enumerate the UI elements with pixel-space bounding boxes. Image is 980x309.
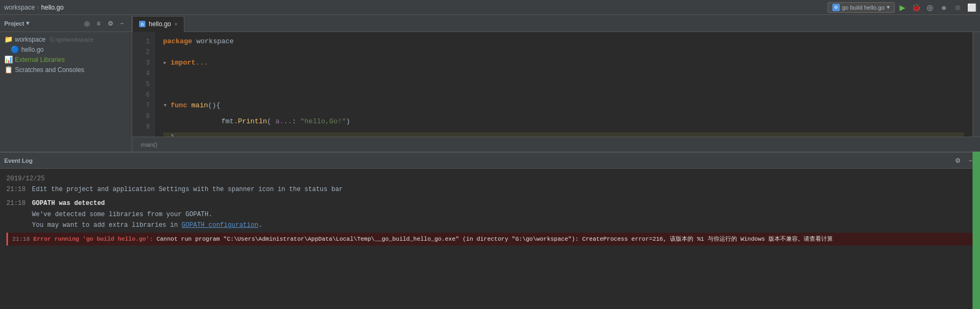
code-line-7: ▾func main(){ — [163, 100, 964, 111]
folder-icon: 📁 — [4, 35, 13, 43]
closing-brace: } — [171, 132, 175, 137]
log-message-gopath: GOPATH was detected — [32, 199, 974, 208]
gopath-detail: We've detected some libraries from your … — [6, 209, 974, 231]
log-time-1: 21:18 — [6, 185, 28, 194]
line-num-5: 5 — [132, 79, 150, 90]
code-line-6 — [163, 90, 964, 100]
log-gopath-section: 21:18 GOPATH was detected We've detected… — [6, 199, 974, 231]
dropdown-arrow-icon: ▾ — [887, 4, 890, 11]
editor-area: G hello.go × 1 2 3 4 5 6 7 8 9 package w… — [132, 15, 980, 152]
tab-label: hello.go — [149, 20, 171, 28]
profile-button[interactable]: ⎈ — [937, 1, 950, 14]
line-numbers: 1 2 3 4 5 6 7 8 9 — [132, 32, 155, 137]
run-config-label: go build hello.go — [842, 4, 885, 11]
scratches-consoles-item[interactable]: 📋 Scratches and Consoles — [0, 65, 132, 75]
go-file-icon: 🔵 — [11, 45, 19, 53]
breadcrumb-workspace: workspace — [4, 4, 35, 11]
breadcrumb-sep: › — [37, 4, 39, 11]
footer-breadcrumb: main() — [141, 141, 157, 148]
maximize-button[interactable]: ⬜ — [965, 1, 978, 14]
gopath-config-link[interactable]: GOPATH configuration — [182, 221, 258, 229]
import-ellipsis: ... — [196, 58, 208, 68]
run-button[interactable]: ▶ — [896, 1, 909, 14]
code-line-5 — [163, 79, 964, 90]
error-text: Cannot run program "C:\Users\Administrat… — [157, 236, 833, 242]
project-label: Project — [4, 20, 24, 27]
line-num-1: 1 — [132, 36, 150, 47]
main-content: Project ▾ ◎ ≡ ⚙ − 📁 workspace G:\go\work… — [0, 15, 980, 152]
code-line-4 — [163, 68, 964, 79]
sidebar-header: Project ▾ ◎ ≡ ⚙ − — [0, 15, 132, 32]
go-icon: G — [832, 4, 840, 11]
func-name-main: main — [191, 100, 208, 111]
log-date: 2019/12/25 — [6, 175, 974, 183]
gopath-detail-1: We've detected some libraries from your … — [32, 209, 974, 220]
code-content[interactable]: package workspace ▸import... ▾func main(… — [155, 32, 973, 137]
println-close: ) — [346, 116, 350, 127]
line-num-4: 4 — [132, 68, 150, 79]
workspace-label: workspace — [15, 36, 45, 43]
breadcrumb-file: hello.go — [41, 4, 63, 11]
run-config-dropdown[interactable]: G go build hello.go ▾ — [828, 2, 895, 13]
line-num-9: 9 — [132, 122, 150, 132]
settings-button[interactable]: ⚙ — [105, 18, 116, 29]
code-line-1: package workspace — [163, 36, 964, 47]
log-time-gopath: 21:18 — [6, 199, 28, 208]
bottom-toolbar: Event Log ⚙ − — [0, 153, 980, 169]
fmt-pkg: fmt — [221, 116, 233, 127]
keyword-func: func — [171, 100, 187, 111]
sidebar-tree: 📁 workspace G:\go\workspace 🔵 hello.go 📊… — [0, 32, 132, 152]
external-libraries-item[interactable]: 📊 External Libraries — [0, 54, 132, 65]
hello-go-file[interactable]: 🔵 hello.go — [0, 44, 132, 54]
println-func: Println — [238, 116, 267, 127]
log-entry-1: 21:18 Edit the project and application S… — [6, 185, 974, 194]
log-message-1: Edit the project and application Setting… — [32, 185, 974, 194]
workspace-path: G:\go\workspace — [50, 36, 94, 43]
stop-button[interactable]: ⏹ — [951, 1, 964, 14]
log-entry-gopath: 21:18 GOPATH was detected — [6, 199, 974, 208]
scratches-label: Scratches and Consoles — [15, 66, 84, 74]
tab-hello-go[interactable]: G hello.go × — [132, 16, 184, 32]
editor-footer: main() — [132, 137, 980, 152]
coverage-button[interactable]: ◎ — [924, 1, 936, 14]
keyword-package: package — [163, 36, 192, 47]
log-error: 21:18 Error running 'go build hello.go':… — [6, 233, 974, 245]
hide-sidebar-button[interactable]: − — [117, 18, 127, 29]
fold-icon-3[interactable]: ▸ — [163, 58, 171, 68]
breadcrumb: workspace › hello.go — [4, 4, 63, 11]
gopath-bold: GOPATH was detected — [32, 200, 105, 207]
code-editor: 1 2 3 4 5 6 7 8 9 package workspace ▸imp… — [132, 32, 980, 137]
println-paren: ( — [267, 116, 271, 127]
line-num-3: 3 — [132, 58, 150, 68]
hello-go-label: hello.go — [21, 46, 44, 53]
line-num-6: 6 — [132, 90, 150, 100]
locate-file-button[interactable]: ◎ — [82, 18, 92, 29]
debug-button[interactable]: 🐞 — [910, 1, 922, 14]
pkg-name: workspace — [196, 36, 233, 47]
sidebar: Project ▾ ◎ ≡ ⚙ − 📁 workspace G:\go\work… — [0, 15, 132, 152]
tab-go-icon: G — [139, 21, 145, 27]
dropdown-arrow-icon: ▾ — [26, 20, 29, 27]
external-icon: 📊 — [4, 56, 13, 64]
code-line-2 — [163, 47, 964, 58]
workspace-folder[interactable]: 📁 workspace G:\go\workspace — [0, 34, 132, 44]
bottom-area: Event Log ⚙ − 2019/12/25 21:18 Edit the … — [0, 152, 980, 309]
green-status-bar — [973, 152, 980, 309]
code-line-3: ▸import... — [163, 58, 964, 68]
collapse-all-button[interactable]: ≡ — [93, 18, 104, 29]
title-bar-right: G go build hello.go ▾ ▶ 🐞 ◎ ⎈ ⏹ ⬜ — [828, 1, 980, 14]
fold-icon-7[interactable]: ▾ — [163, 100, 171, 111]
code-line-8: fmt.Println( a...: "hello,Go!") — [163, 111, 964, 132]
keyword-import: import — [171, 58, 196, 68]
event-log-settings-button[interactable]: ⚙ — [952, 155, 963, 166]
tab-close-button[interactable]: × — [174, 21, 177, 27]
error-time: 21:18 — [12, 236, 34, 242]
vararg-a: a... — [276, 116, 292, 127]
right-gutter — [973, 32, 980, 137]
event-log-title: Event Log — [4, 157, 33, 164]
gopath-detail-2: You may want to add extra libraries in G… — [32, 220, 974, 231]
line-num-7: 7 — [132, 100, 150, 111]
event-log-content: 2019/12/25 21:18 Edit the project and ap… — [0, 169, 980, 309]
string-hello: "hello,Go!" — [301, 116, 346, 127]
sidebar-title: Project ▾ — [4, 20, 29, 27]
